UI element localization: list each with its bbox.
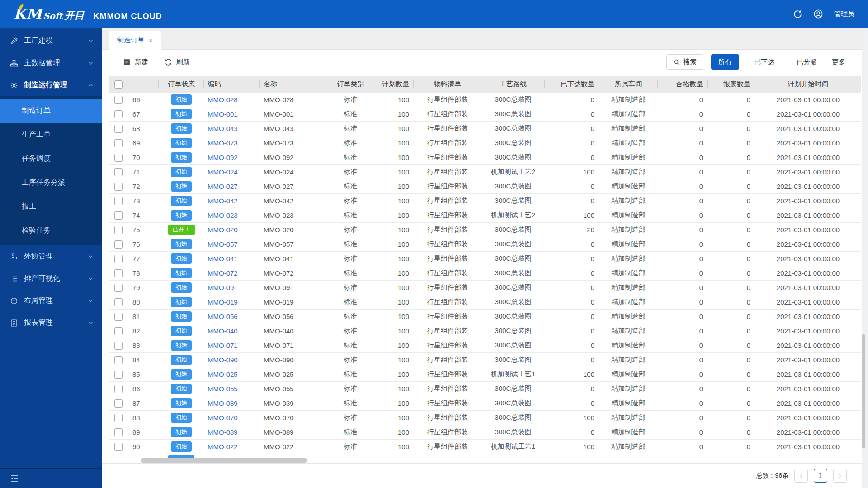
- order-code-link[interactable]: MMO-024: [208, 168, 238, 176]
- row-checkbox[interactable]: [114, 385, 123, 393]
- order-code-link[interactable]: MMO-090: [208, 356, 238, 364]
- order-code-link[interactable]: MMO-027: [208, 183, 238, 190]
- column-header-issued_qty[interactable]: 已下达数量: [545, 76, 599, 93]
- tab-manufacturing-orders[interactable]: 制造订单 ×: [109, 31, 161, 50]
- sidebar-subitem[interactable]: 报工: [0, 195, 102, 219]
- row-checkbox[interactable]: [114, 96, 123, 104]
- refresh-button[interactable]: 刷新: [165, 58, 190, 66]
- sidebar-item[interactable]: 排产可视化: [0, 267, 102, 290]
- column-header-plan_qty[interactable]: 计划数量: [375, 76, 414, 93]
- row-checkbox[interactable]: [114, 226, 123, 234]
- sidebar-subitem[interactable]: 工序任务分派: [0, 171, 102, 195]
- order-code-link[interactable]: MMO-042: [208, 197, 238, 205]
- row-checkbox[interactable]: [114, 110, 123, 118]
- row-checkbox[interactable]: [114, 298, 123, 306]
- row-checkbox[interactable]: [114, 125, 123, 133]
- row-checkbox[interactable]: [114, 255, 123, 263]
- order-code-link[interactable]: MMO-073: [208, 139, 238, 147]
- chevron-down-icon: [88, 60, 94, 66]
- filter-button[interactable]: 所有: [711, 54, 739, 70]
- sidebar-subitem[interactable]: 任务调度: [0, 147, 102, 171]
- row-checkbox[interactable]: [114, 240, 123, 249]
- order-code-link[interactable]: MMO-071: [208, 342, 238, 349]
- order-code-link[interactable]: MMO-020: [208, 226, 238, 234]
- order-code-link[interactable]: MMO-070: [208, 414, 238, 422]
- column-header-route[interactable]: 工艺路线: [481, 76, 545, 93]
- sidebar-item[interactable]: 布局管理: [0, 290, 102, 312]
- column-header-name[interactable]: 名称: [260, 76, 326, 93]
- prev-page-button[interactable]: ‹: [794, 469, 808, 483]
- column-header-scrap_qty[interactable]: 报废数量: [708, 76, 755, 93]
- sidebar-subitem[interactable]: 制造订单: [0, 99, 102, 123]
- row-checkbox[interactable]: [114, 269, 123, 277]
- collapse-sidebar-icon[interactable]: [10, 474, 19, 483]
- sidebar-item[interactable]: 外协管理: [0, 245, 102, 267]
- order-code-link[interactable]: MMO-092: [208, 154, 238, 161]
- row-checkbox[interactable]: [114, 154, 123, 162]
- order-code-link[interactable]: MMO-023: [208, 211, 238, 219]
- column-header-bom[interactable]: 物料清单: [414, 76, 481, 93]
- next-page-button[interactable]: ›: [833, 469, 847, 483]
- column-header-workshop[interactable]: 所属车间: [599, 76, 658, 93]
- filter-button[interactable]: 已分派: [789, 54, 824, 70]
- row-checkbox[interactable]: [114, 327, 123, 335]
- column-header-type[interactable]: 订单类别: [326, 76, 375, 93]
- order-code-link[interactable]: MMO-019: [208, 298, 238, 306]
- sidebar-subitem[interactable]: 检验任务: [0, 219, 102, 243]
- tab-close-icon[interactable]: ×: [149, 37, 153, 44]
- refresh-icon[interactable]: [793, 9, 802, 19]
- search-button[interactable]: 搜索: [666, 54, 703, 70]
- select-all-checkbox[interactable]: [114, 80, 123, 89]
- cell-name: MMO-071: [260, 338, 326, 352]
- row-checkbox[interactable]: [114, 168, 123, 176]
- row-checkbox[interactable]: [114, 284, 123, 292]
- column-header-row_no[interactable]: [129, 76, 159, 93]
- username[interactable]: 管理员: [834, 10, 854, 19]
- column-header-start_time[interactable]: 计划开始时间: [755, 76, 861, 93]
- sitemap-icon: [9, 59, 18, 67]
- row-checkbox[interactable]: [114, 414, 123, 422]
- order-code-link[interactable]: MMO-040: [208, 327, 238, 335]
- column-header-status[interactable]: 订单状态: [159, 76, 204, 93]
- column-header-qualified_qty[interactable]: 合格数量: [658, 76, 708, 93]
- order-code-link[interactable]: MMO-039: [208, 399, 238, 407]
- vertical-scrollbar-thumb[interactable]: [862, 334, 865, 448]
- order-code-link[interactable]: MMO-089: [208, 428, 238, 436]
- current-page-button[interactable]: 1: [814, 469, 827, 483]
- order-code-link[interactable]: MMO-041: [208, 255, 238, 263]
- row-checkbox[interactable]: [114, 197, 123, 205]
- order-code-link[interactable]: MMO-055: [208, 385, 238, 393]
- row-checkbox[interactable]: [114, 399, 123, 408]
- order-code-link[interactable]: MMO-056: [208, 313, 238, 320]
- row-checkbox[interactable]: [114, 139, 123, 147]
- more-button[interactable]: 更多: [832, 58, 845, 66]
- new-button[interactable]: 新建: [123, 58, 148, 66]
- order-code-link[interactable]: MMO-001: [208, 110, 238, 118]
- row-checkbox[interactable]: [114, 371, 123, 379]
- row-checkbox[interactable]: [114, 356, 123, 364]
- column-header-check[interactable]: [109, 76, 129, 93]
- row-checkbox[interactable]: [114, 183, 123, 191]
- order-code-link[interactable]: MMO-022: [208, 443, 238, 450]
- order-code-link[interactable]: MMO-043: [208, 125, 238, 132]
- row-checkbox[interactable]: [114, 443, 123, 451]
- row-checkbox[interactable]: [114, 313, 123, 321]
- order-code-link[interactable]: MMO-072: [208, 269, 238, 277]
- sidebar-subitem[interactable]: 生产工单: [0, 123, 102, 147]
- row-checkbox[interactable]: [114, 428, 123, 436]
- sidebar-item[interactable]: 主数据管理: [0, 52, 102, 74]
- order-code-link[interactable]: MMO-025: [208, 371, 238, 378]
- horizontal-scrollbar-thumb[interactable]: [141, 458, 307, 463]
- sidebar-item[interactable]: 制造运行管理: [0, 74, 102, 96]
- filter-button[interactable]: 已下达: [747, 54, 782, 70]
- sidebar-item[interactable]: 报表管理: [0, 312, 102, 334]
- order-code-link[interactable]: MMO-028: [208, 96, 238, 103]
- sidebar-item[interactable]: 工厂建模: [0, 30, 102, 52]
- row-checkbox[interactable]: [114, 211, 123, 220]
- status-badge: 初始: [171, 196, 192, 206]
- order-code-link[interactable]: MMO-091: [208, 284, 238, 291]
- row-checkbox[interactable]: [114, 342, 123, 350]
- column-header-code[interactable]: 编码: [204, 76, 260, 93]
- user-avatar-icon[interactable]: [813, 9, 823, 19]
- order-code-link[interactable]: MMO-057: [208, 240, 238, 248]
